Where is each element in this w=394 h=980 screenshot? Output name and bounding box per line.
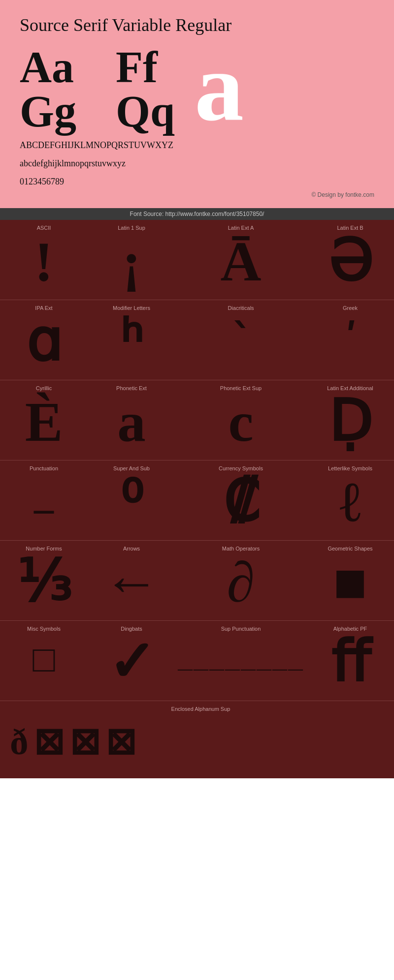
glyph-char-numberforms: ⅓: [17, 554, 71, 611]
glyph-cell-diacriticals: Diacriticals ˋ: [175, 300, 306, 380]
glyph-char-ascii: !: [34, 233, 53, 290]
glyph-cell-modifierletters: Modifier Letters ʰ: [88, 300, 175, 380]
glyph-char-phoneticextsup: c: [228, 394, 253, 450]
glyph-cell-miscsymbols: Misc Symbols □: [0, 621, 88, 701]
glyph-label-suppunctuation: Sup Punctuation: [178, 626, 304, 632]
char-pair-qq: Qq: [116, 90, 175, 134]
glyph-char-dingbats: ✓: [108, 634, 155, 691]
glyph-cell-suppunctuation: Sup Punctuation ————————: [175, 621, 306, 701]
copyright-text: © Design by fontke.com: [20, 191, 374, 198]
glyph-cell-alphabeticpf: Alphabetic PF ﬀ: [306, 621, 394, 701]
glyph-char-suppunctuation: ————————: [178, 634, 304, 683]
glyph-label-diacriticals: Diacriticals: [178, 305, 304, 311]
glyph-label-greek: Greek: [309, 305, 392, 311]
glyph-cell-mathoperators: Math Operators ∂: [175, 541, 306, 620]
glyph-cell-arrows: Arrows ←: [88, 541, 175, 620]
glyph-char-latinextadd: Ḍ: [328, 394, 372, 450]
glyph-cell-greek: Greek ʹ: [306, 300, 394, 380]
glyph-cell-ipaext: IPA Ext ɑ: [0, 300, 88, 380]
glyph-char-enclosed: ð ⊠ ⊠ ⊠: [10, 714, 136, 768]
glyph-char-greek: ʹ: [346, 313, 355, 363]
glyph-cell-ascii: ASCII !: [0, 220, 88, 300]
enclosed-char-2: ⊠: [33, 723, 65, 760]
glyph-cell-punctuation: Punctuation –: [0, 460, 88, 540]
big-white-a: a: [195, 45, 244, 129]
glyph-char-arrows: ←: [103, 554, 160, 611]
enclosed-char-3: ⊠: [69, 723, 100, 760]
char-group-fq: Ff Qq: [96, 45, 175, 134]
char-pair-gg: Gg: [20, 90, 76, 134]
glyph-char-alphabeticpf: ﬀ: [331, 634, 370, 691]
glyph-char-ipaext: ɑ: [26, 313, 62, 370]
glyph-cell-latin1sup: Latin 1 Sup ¡: [88, 220, 175, 300]
glyph-cell-phoneticext: Phonetic Ext a: [88, 380, 175, 460]
glyph-label-punctuation: Punctuation: [2, 465, 85, 471]
glyph-grid: ASCII ! Latin 1 Sup ¡ Latin Ext A Ā Lati…: [0, 220, 394, 778]
glyph-char-geometricshapes: ■: [333, 554, 367, 611]
big-chars-display: Aa Gg Ff Qq a: [20, 45, 374, 134]
glyph-cell-phoneticextsup: Phonetic Ext Sup c: [175, 380, 306, 460]
header-section: Source Serif Variable Regular Aa Gg Ff Q…: [0, 0, 394, 208]
glyphs-section: ASCII ! Latin 1 Sup ¡ Latin Ext A Ā Lati…: [0, 220, 394, 778]
enclosed-char-1: ð: [10, 723, 29, 760]
glyph-char-latinextb: Ə: [328, 233, 373, 290]
glyph-char-latin1sup: ¡: [122, 233, 141, 290]
alphabet-lower: abcdefghijklmnopqrstuvwxyz: [20, 157, 374, 170]
char-group-ag: Aa Gg: [20, 45, 76, 134]
glyph-char-mathoperators: ∂: [227, 554, 255, 611]
glyph-label-miscsymbols: Misc Symbols: [2, 626, 85, 632]
glyph-char-currencysymbols: ₡: [223, 474, 259, 530]
glyph-char-miscsymbols: □: [33, 634, 55, 683]
glyph-label-enclosed: Enclosed Alphanum Sup: [10, 706, 392, 712]
glyph-cell-currencysymbols: Currency Symbols ₡: [175, 460, 306, 540]
glyph-char-punctuation: –: [34, 474, 54, 528]
glyph-char-superandsub: ⁰: [120, 474, 143, 530]
enclosed-char-4: ⊠: [105, 723, 136, 760]
glyph-char-cyrillic: È: [25, 394, 63, 450]
glyph-char-letterlike: ℓ: [339, 474, 361, 530]
glyph-cell-letterlike: Letterlike Symbols ℓ: [306, 460, 394, 540]
glyph-char-diacriticals: ˋ: [232, 313, 250, 363]
char-pair-aa: Aa: [20, 45, 76, 90]
glyph-cell-numberforms: Number Forms ⅓: [0, 541, 88, 620]
glyph-cell-cyrillic: Cyrillic È: [0, 380, 88, 460]
glyph-char-modifierletters: ʰ: [120, 313, 143, 370]
glyph-cell-latinextadd: Latin Ext Additional Ḍ: [306, 380, 394, 460]
glyph-cell-superandsub: Super And Sub ⁰: [88, 460, 175, 540]
char-pair-ff: Ff: [116, 45, 175, 90]
glyph-cell-dingbats: Dingbats ✓: [88, 621, 175, 701]
source-text: Font Source: http://www.fontke.com/font/…: [130, 211, 264, 217]
glyph-cell-latinexta: Latin Ext A Ā: [175, 220, 306, 300]
glyph-cell-geometricshapes: Geometric Shapes ■: [306, 541, 394, 620]
glyph-cell-latinextb: Latin Ext B Ə: [306, 220, 394, 300]
source-row: Font Source: http://www.fontke.com/font/…: [0, 208, 394, 220]
digits-row: 0123456789: [20, 175, 374, 188]
glyph-cell-enclosed: Enclosed Alphanum Sup ð ⊠ ⊠ ⊠: [0, 701, 394, 778]
glyph-char-latinexta: Ā: [220, 233, 261, 290]
glyph-char-phoneticext: a: [117, 394, 146, 450]
